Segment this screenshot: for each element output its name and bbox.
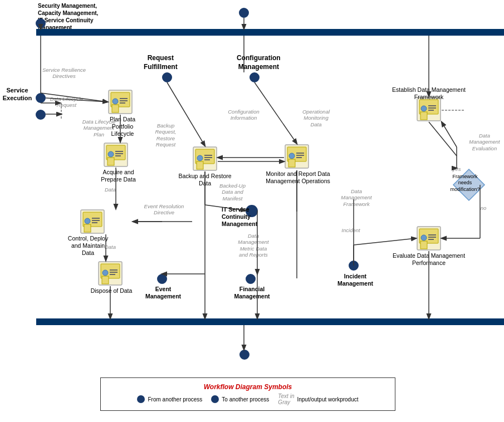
task-dispose-data-label: Dispose of Data [89,287,134,295]
label-framework-mod: Frameworkneedsmodification? [440,174,490,193]
legend-item-to: To another process [211,395,269,403]
svg-point-10 [108,151,114,157]
svg-rect-33 [92,220,100,221]
svg-rect-55 [428,239,434,240]
section-request-fulfillment: RequestFulfillment [144,54,178,71]
svg-rect-20 [204,159,210,160]
svg-rect-54 [428,237,436,238]
label-financial-management: FinancialManagement [231,286,273,300]
svg-rect-32 [92,218,100,219]
svg-rect-12 [115,153,123,154]
flow-data-1: Data [99,187,121,193]
task-monitor-report-label: Monitor and Report DataManagement Operat… [259,170,337,185]
svg-rect-11 [115,151,123,152]
task-acquire-data-label: Acquire andPrepare Data [97,169,139,183]
circle-top-left [36,18,46,28]
legend-circle-filled [137,395,145,403]
svg-rect-2 [112,105,119,112]
circle-service-exec-2 [36,110,46,120]
svg-point-17 [197,155,203,161]
svg-rect-53 [428,234,436,235]
task-establish-framework-label: Establish Data ManagementFramework [390,86,468,101]
svg-rect-6 [120,102,125,104]
circle-request-fulfill [162,72,172,82]
legend-gray-sample: Text inGray [278,393,294,405]
svg-rect-13 [115,155,121,156]
circle-bottom-outgoing [239,350,249,360]
svg-rect-40 [110,272,118,273]
flow-backup-req: BackupRequest,RestoreRequest [145,122,187,148]
legend-label-from: From another process [148,396,202,403]
circle-service-exec-1 [36,93,46,103]
circle-event-management [157,274,167,284]
label-it-service-continuity: IT ServiceContinuityManagement [222,206,277,228]
task-backup-restore [192,146,218,174]
svg-rect-34 [92,222,97,223]
legend-label-to: To another process [222,396,269,403]
svg-rect-41 [110,274,115,275]
legend-item-gray: Text inGray Input/output workproduct [278,393,358,405]
legend-title: Workflow Diagram Symbols [204,383,292,391]
svg-line-89 [354,238,416,245]
circle-top-center [239,8,249,18]
circle-incident-management [349,261,359,271]
bottom-bar [36,318,504,325]
svg-rect-16 [197,161,203,169]
svg-point-3 [112,99,118,104]
task-monitor-report [284,144,310,171]
svg-rect-25 [296,153,304,154]
flow-dm-evaluation: DataManagementEvaluation [465,133,504,151]
svg-rect-39 [110,269,118,271]
flow-event-resolution: Event ResolutionDirective [140,203,188,216]
legend-label-gray: Input/output workproduct [297,396,358,403]
label-incident-management: Incident Management [327,273,383,287]
svg-point-24 [289,153,295,159]
svg-rect-47 [428,107,436,109]
svg-rect-19 [204,157,212,158]
svg-line-85 [442,122,457,147]
svg-rect-4 [120,98,128,99]
flow-dm-metric: DataManagementMetric Dataand Reports [231,233,276,258]
svg-point-38 [102,270,108,276]
label-event-management: EventManagement [144,286,183,300]
svg-rect-18 [204,155,212,156]
flow-incident: Incident [334,227,368,233]
task-plan-data-label: Plan DataPortfolioLifecycle [103,116,142,138]
svg-rect-51 [420,241,427,249]
legend-box: Workflow Diagram Symbols From another pr… [100,377,395,411]
circle-financial-management [246,274,256,284]
svg-rect-37 [102,276,109,284]
svg-rect-44 [420,112,427,120]
circle-config-mgmt [249,72,260,82]
svg-rect-9 [107,158,114,165]
svg-rect-23 [288,159,295,167]
svg-rect-46 [428,105,436,106]
legend-item-from: From another process [137,395,202,403]
svg-rect-48 [428,110,434,111]
flow-dm-framework: DataManagementFramework [334,188,379,207]
diagram-container: Security Management,Capacity Management,… [0,0,504,422]
task-plan-data [107,89,133,117]
svg-rect-27 [296,157,302,158]
task-evaluate-performance-label: Evaluate Data ManagementPerformance [390,252,468,267]
flow-no: no [478,205,489,211]
svg-rect-30 [84,224,91,232]
top-bar [36,29,504,36]
flow-operational-monitoring: OperationalMonitoringData [295,109,337,127]
svg-rect-5 [120,100,128,101]
legend-items: From another process To another process … [137,393,358,405]
flow-data-lifecycle-req: Data LifecycleRequest [46,96,87,109]
svg-rect-26 [296,155,304,156]
svg-point-52 [421,235,427,241]
task-dispose-data [97,261,123,288]
task-evaluate-performance [416,225,442,253]
flow-service-resilience: Service ResilienceDirectives [42,67,86,80]
task-backup-restore-label: Backup and Restore Data [177,173,233,187]
task-acquire-data [103,142,129,170]
svg-point-31 [85,218,90,224]
svg-point-45 [421,106,427,111]
flow-config-info: ConfigurationInformation [223,109,265,121]
service-execution-label: ServiceExecution [0,86,35,102]
top-annotation: Security Management,Capacity Management,… [38,2,98,31]
task-control-deploy [80,209,105,237]
